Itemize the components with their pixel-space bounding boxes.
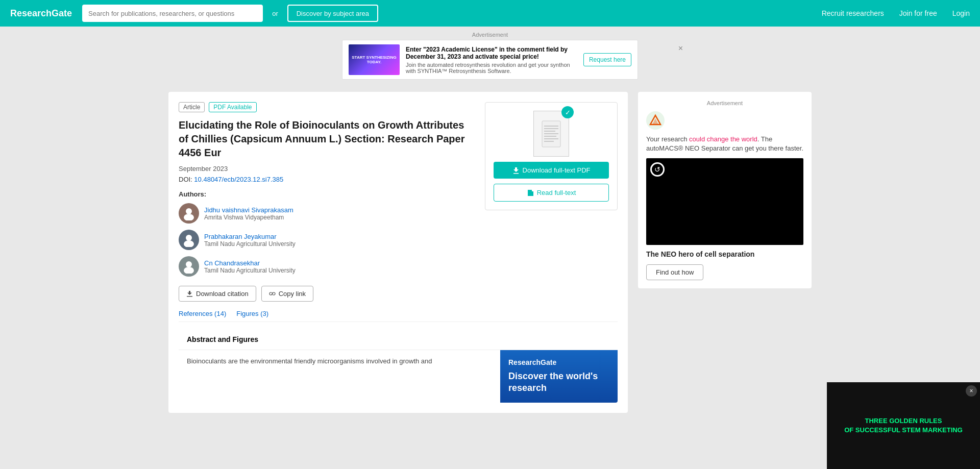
download-citation-btn[interactable]: Download citation — [179, 286, 256, 302]
author-avatar-3 — [179, 256, 199, 277]
header-right: Recruit researchers Join for free Login — [822, 9, 970, 17]
doi-label: DOI: — [179, 176, 192, 183]
pdf-preview: ✓ — [533, 111, 569, 157]
search-input[interactable] — [82, 5, 263, 22]
copy-link-btn[interactable]: Copy link — [261, 286, 313, 302]
sidebar-ad: Advertisement Your research could change… — [638, 92, 812, 288]
discover-rg-logo: ResearchGate — [508, 358, 609, 366]
pdf-check-icon: ✓ — [561, 106, 574, 118]
video-refresh-icon[interactable]: ↺ — [650, 162, 665, 177]
ad-banner-bold: Enter "2023 Academic License" in the com… — [406, 46, 568, 60]
svg-point-12 — [186, 261, 192, 267]
svg-point-13 — [184, 267, 194, 274]
ad-banner-image: START SYNTHESIZING TODAY. — [349, 44, 400, 75]
author-item-1: Jidhu vaishnavi Sivaprakasam Amrita Vish… — [179, 203, 475, 224]
author-avatar-1 — [179, 203, 199, 224]
author-item-3: Cn Chandrasekhar Tamil Nadu Agricultural… — [179, 256, 618, 277]
author-info-3: Cn Chandrasekhar Tamil Nadu Agricultural… — [204, 259, 296, 274]
sidebar-ad-text1: Your research could change the world. Th… — [646, 135, 803, 153]
floating-video-text: THREE GOLDEN RULES OF SUCCESSFUL STEM MA… — [844, 416, 963, 435]
author-avatar-2 — [179, 230, 199, 250]
find-out-how-btn[interactable]: Find out how — [646, 264, 703, 280]
svg-point-11 — [184, 240, 194, 247]
svg-point-10 — [186, 235, 192, 241]
author-avatar-icon-3 — [182, 259, 196, 274]
discover-title: Discover the world's research — [508, 371, 609, 394]
tag-article: Article — [179, 102, 205, 112]
sidebar-ad-logo — [646, 111, 803, 130]
download-pdf-btn[interactable]: Download full-text PDF — [494, 162, 609, 179]
ad-label: Advertisement — [291, 32, 689, 38]
author-affiliation-2: Tamil Nadu Agricultural University — [204, 240, 296, 248]
ad-banner-body: Join the automated retrosynthesis revolu… — [406, 62, 577, 74]
discover-by-subject-btn[interactable]: Discover by subject area — [287, 5, 378, 22]
svg-point-9 — [184, 214, 194, 220]
sidebar-ad-logo-icon — [646, 111, 665, 130]
ad-banner-text: Enter "2023 Academic License" in the com… — [406, 46, 577, 74]
author-name-1[interactable]: Jidhu vaishnavi Sivaprakasam — [204, 206, 293, 214]
ad-close-btn[interactable]: × — [678, 44, 683, 53]
pdf-thumbnail-icon — [541, 120, 561, 148]
abstract-header: Abstract and Figures — [179, 329, 618, 350]
article-tabs: References (14) Figures (3) — [179, 310, 618, 322]
abstract-section: Abstract and Figures Bioinoculants are t… — [179, 329, 618, 403]
read-full-text-btn[interactable]: Read full-text — [494, 184, 609, 202]
search-wrap: or Discover by subject area — [82, 5, 378, 22]
pdf-panel: ✓ Download full-text PDF Read fu — [485, 102, 618, 210]
author-info-1: Jidhu vaishnavi Sivaprakasam Amrita Vish… — [204, 206, 293, 221]
abstract-text: Bioinoculants are the environmental frie… — [179, 350, 500, 403]
tab-references[interactable]: References (14) — [179, 310, 226, 322]
action-buttons: Download citation Copy link — [179, 286, 618, 302]
author-affiliation-3: Tamil Nadu Agricultural University — [204, 267, 296, 274]
tab-figures[interactable]: Figures (3) — [236, 310, 268, 322]
floating-video: × THREE GOLDEN RULES OF SUCCESSFUL STEM … — [827, 382, 980, 469]
sidebar-ad-label: Advertisement — [646, 100, 803, 106]
abstract-body: Bioinoculants are the environmental frie… — [179, 350, 618, 403]
author-name-3[interactable]: Cn Chandrasekhar — [204, 259, 296, 267]
sidebar-ad-neo-title: The NEO hero of cell separation — [646, 250, 803, 258]
or-text: or — [272, 10, 278, 17]
link-icon — [269, 290, 276, 297]
discover-panel: ResearchGate Discover the world's resear… — [500, 350, 618, 403]
highlight-text: could change the world — [689, 135, 757, 143]
login-btn[interactable]: Login — [952, 9, 970, 17]
floating-video-close-btn[interactable]: × — [966, 385, 977, 397]
article-card: ✓ Download full-text PDF Read fu — [168, 92, 628, 413]
sidebar-ad-video: ↺ — [646, 158, 803, 245]
join-for-free-btn[interactable]: Join for free — [899, 9, 937, 17]
download-icon — [512, 167, 520, 174]
author-affiliation-1: Amrita Vishwa Vidyapeetham — [204, 214, 293, 221]
author-name-2[interactable]: Prabhakaran Jeyakumar — [204, 233, 296, 240]
document-icon — [527, 189, 534, 196]
ad-banner-section: Advertisement START SYNTHESIZING TODAY. … — [0, 27, 980, 84]
recruit-researchers-link[interactable]: Recruit researchers — [822, 9, 884, 17]
right-sidebar: Advertisement Your research could change… — [638, 92, 812, 413]
header: ResearchGate or Discover by subject area… — [0, 0, 980, 27]
article-tags: Article PDF Available — [179, 102, 475, 112]
svg-point-8 — [186, 208, 192, 214]
logo[interactable]: ResearchGate — [10, 8, 72, 19]
main-layout: ✓ Download full-text PDF Read fu — [158, 84, 822, 421]
miltenyi-logo-icon — [648, 113, 663, 128]
author-avatar-icon-1 — [182, 206, 196, 220]
sidebar-ad-body: Your research could change the world. Th… — [646, 135, 803, 153]
doi-link[interactable]: 10.48047/ecb/2023.12.si7.385 — [194, 176, 283, 183]
author-item-2: Prabhakaran Jeyakumar Tamil Nadu Agricul… — [179, 230, 618, 250]
tag-pdf: PDF Available — [209, 102, 256, 112]
download-citation-icon — [186, 290, 193, 297]
request-here-btn[interactable]: Request here — [583, 53, 631, 66]
author-info-2: Prabhakaran Jeyakumar Tamil Nadu Agricul… — [204, 233, 296, 248]
ad-banner: START SYNTHESIZING TODAY. Enter "2023 Ac… — [342, 40, 638, 80]
author-avatar-icon-2 — [182, 233, 196, 247]
